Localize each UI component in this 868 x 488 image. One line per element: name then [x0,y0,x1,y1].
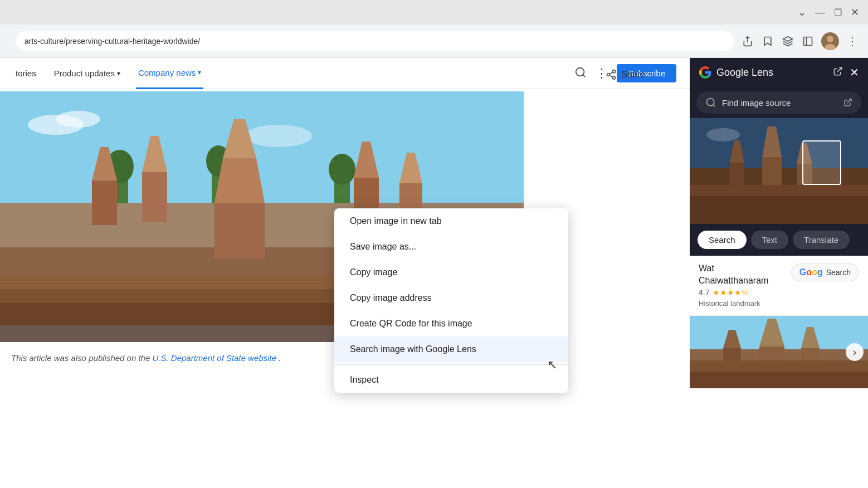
lens-selection-region [802,140,841,185]
lens-close-icon[interactable]: ✕ [850,66,859,79]
context-qr-code[interactable]: Create QR Code for this image [334,311,568,336]
lens-image-preview [690,118,868,224]
address-bar[interactable]: arts-culture/preserving-cultural-heritag… [16,31,734,51]
svg-point-3 [825,44,836,50]
context-copy-image[interactable]: Copy image [334,260,568,285]
tab-text[interactable]: Text [751,231,789,249]
context-open-new-tab[interactable]: Open image in new tab [334,208,568,234]
lens-panel: Google Lens ✕ Find image source [690,58,868,481]
svg-line-9 [609,75,613,77]
lens-bottom-image: › [690,316,868,388]
extensions-icon[interactable] [781,35,794,48]
state-dept-link[interactable]: U.S. Department of State website [152,353,279,363]
article-footer: This article was also published on the U… [11,353,281,459]
share-label: Share [621,70,645,80]
svg-line-5 [583,75,586,77]
company-news-arrow-icon: ▾ [198,69,201,76]
nav-item-stories[interactable]: tories [13,58,38,88]
svg-line-10 [609,72,613,74]
result-rating-number: 4.7 [699,288,709,297]
share-button[interactable]: Share [606,69,645,80]
svg-rect-62 [801,348,820,360]
context-copy-address[interactable]: Copy image address [334,285,568,311]
svg-rect-60 [723,348,741,362]
lens-external-link-icon[interactable] [833,66,843,79]
svg-point-14 [245,125,312,147]
svg-rect-0 [804,37,812,45]
svg-point-7 [607,74,610,76]
svg-rect-49 [730,163,744,185]
svg-point-2 [827,36,833,42]
context-menu: Open image in new tab Save image as... C… [334,208,568,393]
result-name-line1: Wat [699,263,791,274]
lens-tabs: Search Text Translate [690,224,868,256]
svg-point-44 [706,128,740,141]
result-stars: ★★★★½ [713,288,748,297]
svg-rect-29 [142,172,167,222]
svg-point-8 [613,76,616,79]
share-icon[interactable] [741,35,754,48]
result-name-line2: Chaiwatthanaram [699,276,791,286]
nav-item-company-news[interactable]: Company news ▾ [136,58,203,89]
svg-marker-24 [214,158,265,203]
svg-point-20 [329,154,355,185]
lens-title-text: Google Lens [716,67,773,79]
sidebar-toggle-icon[interactable] [801,35,815,48]
lens-result-search-button[interactable]: Goog Search [791,263,859,281]
svg-rect-27 [92,180,117,225]
svg-point-6 [613,70,616,73]
svg-point-4 [576,67,584,76]
minimize-button[interactable]: — [815,7,825,18]
context-inspect[interactable]: Inspect [334,367,568,393]
svg-rect-47 [762,157,782,185]
maximize-button[interactable]: ❐ [834,7,842,18]
product-updates-arrow-icon: ▾ [117,70,120,77]
dropdown-icon[interactable]: ⌄ [798,6,806,18]
svg-rect-53 [690,196,868,224]
result-type: Historical landmark [699,299,791,308]
context-search-lens[interactable]: Search image with Google Lens ↖ [334,336,568,362]
close-button[interactable]: ✕ [851,6,859,18]
svg-point-40 [707,99,714,106]
lens-results: Wat Chaiwatthanaram 4.7 ★★★★½ Historical… [690,256,868,481]
svg-point-13 [56,111,100,128]
search-nav-icon[interactable] [574,66,587,81]
tab-translate[interactable]: Translate [793,231,850,249]
context-save-image[interactable]: Save image as... [334,234,568,260]
svg-rect-11 [0,91,524,203]
lens-next-button[interactable]: › [846,343,864,361]
svg-rect-25 [214,203,265,258]
more-options-icon[interactable]: ⋮ [846,35,859,48]
nav-item-product-updates[interactable]: Product updates ▾ [52,58,123,88]
lens-result-wat: Wat Chaiwatthanaram 4.7 ★★★★½ Historical… [690,256,868,316]
tab-search[interactable]: Search [698,231,747,249]
lens-title: Google Lens [699,66,773,79]
find-image-source-button[interactable]: Find image source [696,91,861,114]
find-source-label: Find image source [722,98,791,108]
bookmark-icon[interactable] [761,35,774,48]
profile-avatar[interactable] [821,32,839,50]
svg-line-41 [713,105,715,107]
url-text: arts-culture/preserving-cultural-heritag… [25,37,200,46]
svg-rect-64 [690,372,868,388]
